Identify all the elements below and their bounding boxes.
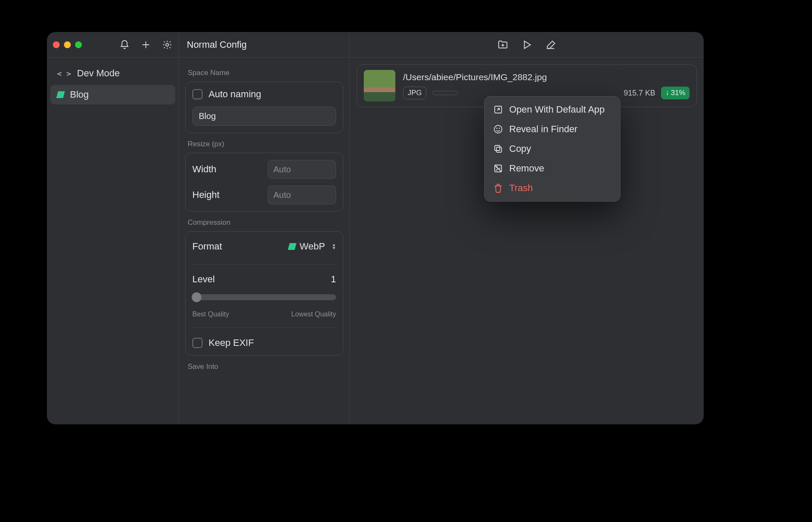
section-label-space-name: Space Name xyxy=(188,69,341,77)
ctx-label: Reveal in Finder xyxy=(509,124,577,135)
keep-exif-label: Keep EXIF xyxy=(209,337,254,348)
level-value: 1 xyxy=(331,274,336,285)
window-traffic-lights xyxy=(53,41,82,48)
format-updown-icon: ▲▼ xyxy=(332,243,336,250)
height-input[interactable] xyxy=(268,190,349,200)
config-body: Space Name Auto naming Resize (px) Width… xyxy=(179,58,349,424)
file-format-from: JPG xyxy=(403,87,426,99)
format-label: Format xyxy=(192,241,222,252)
ctx-trash[interactable]: Trash xyxy=(488,178,617,198)
svg-rect-6 xyxy=(495,145,500,151)
sidebar: < > Dev Mode Blog xyxy=(47,32,179,424)
ctx-label: Open With Default App xyxy=(509,104,605,115)
space-color-icon xyxy=(56,91,65,98)
play-icon[interactable] xyxy=(521,39,532,50)
width-label: Width xyxy=(192,164,216,175)
svg-point-3 xyxy=(497,128,497,129)
file-path: /Users/abiee/Pictures/IMG_2882.jpg xyxy=(403,72,690,82)
app-window: < > Dev Mode Blog Normal Config Space Na… xyxy=(47,32,704,424)
svg-point-4 xyxy=(499,128,500,129)
add-folder-icon[interactable] xyxy=(497,39,508,50)
level-slider[interactable] xyxy=(192,294,336,300)
auto-naming-checkbox[interactable] xyxy=(192,89,203,99)
minimize-window-button[interactable] xyxy=(64,41,71,48)
config-title: Normal Config xyxy=(179,32,349,58)
svg-point-2 xyxy=(494,125,502,133)
maximize-window-button[interactable] xyxy=(75,41,82,48)
main-toolbar xyxy=(350,32,704,58)
file-format-to xyxy=(432,91,458,95)
file-thumbnail xyxy=(364,70,395,102)
keep-exif-checkbox[interactable] xyxy=(192,338,203,348)
height-label: Height xyxy=(192,189,220,200)
format-value-text: WebP xyxy=(300,241,325,252)
sidebar-list: < > Dev Mode Blog xyxy=(47,58,179,110)
sidebar-item-blog[interactable]: Blog xyxy=(50,85,175,104)
width-stepper[interactable]: ▲▼ xyxy=(268,160,336,179)
file-info: /Users/abiee/Pictures/IMG_2882.jpg JPG 9… xyxy=(403,72,690,99)
sidebar-item-dev-mode[interactable]: < > Dev Mode xyxy=(50,64,175,83)
main-panel: /Users/abiee/Pictures/IMG_2882.jpg JPG 9… xyxy=(350,32,704,424)
format-value[interactable]: WebP ▲▼ xyxy=(289,241,336,252)
format-color-icon xyxy=(287,243,296,250)
slider-thumb[interactable] xyxy=(191,292,202,302)
divider xyxy=(192,264,336,264)
config-panel: Normal Config Space Name Auto naming Res… xyxy=(179,32,350,424)
ctx-copy[interactable]: Copy xyxy=(488,139,617,159)
space-name-card: Auto naming xyxy=(185,81,343,133)
ctx-label: Remove xyxy=(509,163,544,174)
format-row[interactable]: Format WebP ▲▼ xyxy=(192,238,336,255)
svg-point-0 xyxy=(166,43,168,46)
section-label-compression: Compression xyxy=(188,218,341,227)
file-savings-badge: ↓ 31% xyxy=(661,87,690,99)
ctx-label: Trash xyxy=(509,183,533,194)
close-window-button[interactable] xyxy=(53,41,60,48)
context-menu: Open With Default App Reveal in Finder C… xyxy=(484,96,621,202)
sidebar-toolbar xyxy=(47,32,179,58)
code-icon: < > xyxy=(57,69,71,78)
divider xyxy=(192,328,336,328)
svg-rect-5 xyxy=(496,147,502,152)
erase-icon[interactable] xyxy=(545,39,556,50)
slider-label-lowest: Lowest Quality xyxy=(291,310,336,318)
height-stepper[interactable]: ▲▼ xyxy=(268,186,336,204)
file-size-after: 915.7 KB xyxy=(624,89,655,98)
plus-icon[interactable] xyxy=(140,39,151,50)
resize-card: Width ▲▼ Height ▲▼ xyxy=(185,153,343,212)
ctx-remove[interactable]: Remove xyxy=(488,159,617,178)
space-name-input[interactable] xyxy=(192,107,336,126)
auto-naming-label: Auto naming xyxy=(209,89,261,100)
sidebar-item-label: Dev Mode xyxy=(77,68,120,79)
ctx-label: Copy xyxy=(509,143,531,154)
file-savings-value: 31% xyxy=(671,89,685,97)
ctx-reveal-finder[interactable]: Reveal in Finder xyxy=(488,119,617,139)
section-label-resize: Resize (px) xyxy=(188,140,341,148)
gear-icon[interactable] xyxy=(162,39,173,50)
level-label: Level xyxy=(192,274,215,285)
slider-label-best: Best Quality xyxy=(192,310,229,318)
bell-icon[interactable] xyxy=(119,39,130,50)
compression-card: Format WebP ▲▼ Level 1 Best Quality xyxy=(185,231,343,356)
width-input[interactable] xyxy=(268,165,349,174)
main-body: /Users/abiee/Pictures/IMG_2882.jpg JPG 9… xyxy=(350,58,704,114)
arrow-down-icon: ↓ xyxy=(665,89,669,97)
ctx-open-default[interactable]: Open With Default App xyxy=(488,100,617,119)
section-label-save-into: Save Into xyxy=(188,362,341,371)
sidebar-item-label: Blog xyxy=(70,89,89,100)
